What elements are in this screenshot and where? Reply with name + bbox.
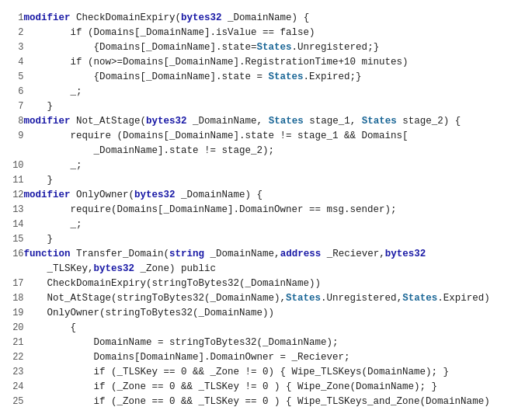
table-row: 11 } [0, 173, 532, 188]
line-code: function Transfer_Domain(string _DomainN… [24, 247, 532, 262]
code-token: bytes32 [181, 12, 222, 23]
line-code: Domains[DomainName].DomainOwner = _Recie… [24, 350, 532, 365]
line-code: modifier CheckDomainExpiry(bytes32 _Doma… [24, 11, 532, 26]
table-row: 2 if (Domains[_DomainName].isValue == fa… [0, 26, 532, 40]
code-token: if (now>=Domains[_DomainName].Registrati… [24, 57, 409, 68]
line-code: OnlyOwner(stringToBytes32(_DomainName)) [24, 306, 532, 321]
code-token: } [24, 101, 54, 112]
code-token: if (_TLSKey == 0 && _Zone != 0) { Wipe_T… [24, 367, 450, 377]
line-code: CheckDomainExpiry(stringToBytes32(_Domai… [24, 277, 532, 291]
line-number: 5 [0, 70, 24, 85]
code-token: } [24, 234, 54, 245]
code-token: {Domains[_DomainName].state = [24, 71, 269, 82]
line-code: require(Domains[_DomainName].DomainOwner… [24, 203, 532, 217]
code-token: modifier [24, 12, 77, 23]
table-row: 15 } [0, 232, 532, 247]
code-token: {Domains[_DomainName].state= [24, 42, 257, 53]
code-token: bytes32 [146, 116, 187, 127]
line-code: Not_AtStage(stringToBytes32(_DomainName)… [24, 291, 532, 306]
line-number: 17 [0, 277, 24, 291]
table-row: 4 if (now>=Domains[_DomainName].Registra… [0, 55, 532, 70]
code-token: States [269, 116, 304, 127]
table-row: 6 _; [0, 85, 532, 99]
code-token: CheckDomainExpiry [76, 12, 176, 23]
table-row: 13 require(Domains[_DomainName].DomainOw… [0, 203, 532, 217]
code-token: address [280, 249, 322, 259]
table-row: 25 if (_Zone == 0 && _TLSKey == 0 ) { Wi… [0, 395, 532, 407]
line-code: if (_Zone == 0 && _TLSKey != 0 ) { Wipe_… [24, 380, 532, 395]
code-token: if (_Zone == 0 && _TLSKey == 0 ) { Wipe_… [24, 396, 490, 407]
line-code: {Domains[_DomainName].state=States.Unreg… [24, 40, 532, 55]
code-token: OnlyOwner [76, 190, 129, 200]
code-token: modifier [24, 190, 77, 200]
code-token: { [24, 322, 77, 333]
line-code: } [24, 232, 532, 247]
table-row: 16function Transfer_Domain(string _Domai… [0, 247, 532, 262]
code-token: function [24, 249, 77, 259]
line-number: 1 [0, 11, 24, 26]
code-token: .Unregistered;} [292, 42, 380, 53]
code-block: 1modifier CheckDomainExpiry(bytes32 _Dom… [0, 8, 532, 407]
line-code: _DomainName].state != stage_2); [24, 144, 532, 158]
line-number: 24 [0, 380, 24, 395]
table-row: 9 require (Domains[_DomainName].state !=… [0, 129, 532, 144]
code-token: stage_2) { [397, 116, 461, 127]
line-number: 23 [0, 365, 24, 380]
table-row: 23 if (_TLSKey == 0 && _Zone != 0) { Wip… [0, 365, 532, 380]
table-row: 3 {Domains[_DomainName].state=States.Unr… [0, 40, 532, 55]
code-token: Not_AtStage(stringToBytes32(_DomainName)… [24, 293, 287, 304]
line-code: if (_TLSKey == 0 && _Zone != 0) { Wipe_T… [24, 365, 532, 380]
line-number: 15 [0, 232, 24, 247]
code-token: modifier [24, 116, 77, 127]
code-token: bytes32 [94, 263, 135, 274]
line-number: 11 [0, 173, 24, 188]
code-token: .Expired) [437, 293, 490, 304]
code-token: _DomainName) { [222, 12, 310, 23]
code-token: _; [24, 86, 82, 97]
line-number: 8 [0, 114, 24, 129]
line-number: 19 [0, 306, 24, 321]
table-row: 18 Not_AtStage(stringToBytes32(_DomainNa… [0, 291, 532, 306]
code-token: string [169, 249, 204, 259]
table-row: 21 DomainName = stringToBytes32(_DomainN… [0, 336, 532, 350]
code-token: require (Domains[_DomainName].state != s… [24, 130, 409, 141]
code-token: .Expired;} [304, 71, 362, 82]
line-code: if (_Zone == 0 && _TLSKey == 0 ) { Wipe_… [24, 395, 532, 407]
code-token: _Zone) public [134, 263, 216, 274]
table-row: 20 { [0, 321, 532, 336]
code-token: _; [24, 160, 82, 171]
table-row: 19 OnlyOwner(stringToBytes32(_DomainName… [0, 306, 532, 321]
line-number [0, 144, 24, 158]
table-row: 5 {Domains[_DomainName].state = States.E… [0, 70, 532, 85]
line-code: require (Domains[_DomainName].state != s… [24, 129, 532, 144]
line-number: 7 [0, 99, 24, 114]
code-token: bytes32 [385, 249, 426, 259]
code-token: ( [164, 249, 170, 259]
code-token: _DomainName, [187, 116, 269, 127]
line-number: 12 [0, 188, 24, 203]
line-number [0, 262, 24, 277]
code-token: _Reciever, [321, 249, 385, 259]
line-number: 2 [0, 26, 24, 40]
code-token: .Unregistered, [321, 293, 402, 304]
line-code: _; [24, 85, 532, 99]
code-token: States [362, 116, 397, 127]
table-row: _TLSKey,bytes32 _Zone) public [0, 262, 532, 277]
code-token: Transfer_Domain [76, 249, 164, 259]
table-row: _DomainName].state != stage_2); [0, 144, 532, 158]
code-table: 1modifier CheckDomainExpiry(bytes32 _Dom… [0, 11, 532, 407]
code-token: if (_Zone == 0 && _TLSKey != 0 ) { Wipe_… [24, 381, 438, 392]
table-row: 10 _; [0, 158, 532, 173]
line-number: 25 [0, 395, 24, 407]
table-row: 1modifier CheckDomainExpiry(bytes32 _Dom… [0, 11, 532, 26]
line-code: _; [24, 217, 532, 232]
line-code: if (Domains[_DomainName].isValue == fals… [24, 26, 532, 40]
code-token: _DomainName].state != stage_2); [24, 145, 275, 156]
code-token: ( [129, 190, 135, 200]
table-row: 12modifier OnlyOwner(bytes32 _DomainName… [0, 188, 532, 203]
line-code: if (now>=Domains[_DomainName].Registrati… [24, 55, 532, 70]
code-token: CheckDomainExpiry(stringToBytes32(_Domai… [24, 278, 322, 289]
code-token: } [24, 175, 54, 186]
code-token: ( [176, 12, 182, 23]
line-code: modifier OnlyOwner(bytes32 _DomainName) … [24, 188, 532, 203]
